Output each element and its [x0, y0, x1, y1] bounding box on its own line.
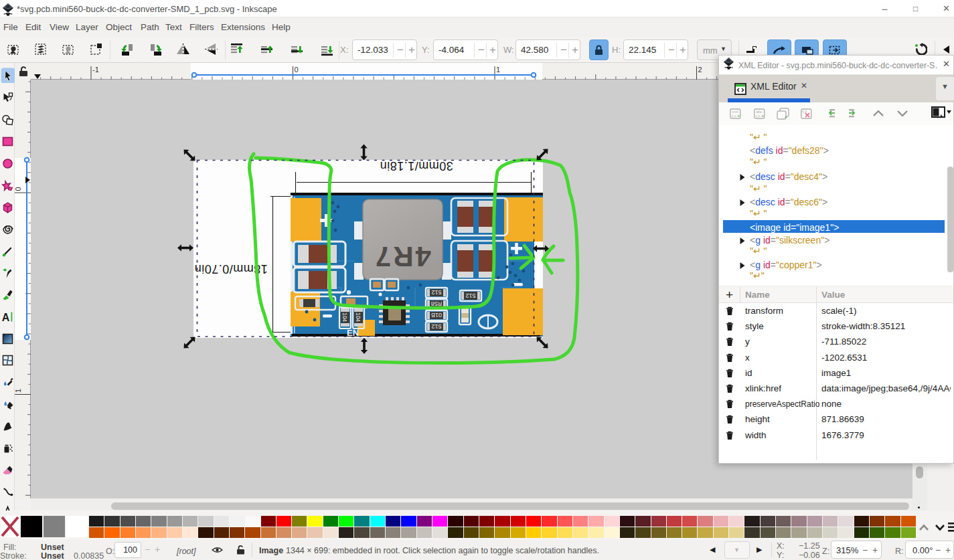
svg-text:<>: <> [755, 114, 761, 118]
svg-text:<>: <> [802, 109, 807, 114]
svg-text:0: 0 [295, 66, 299, 74]
svg-text:1: 1 [496, 66, 500, 74]
svg-text:512: 512 [465, 292, 475, 299]
svg-text:1: 1 [15, 389, 22, 393]
svg-text:4R7: 4R7 [374, 241, 431, 272]
svg-text:104: 104 [355, 312, 362, 322]
svg-text:<>: <> [731, 114, 736, 118]
svg-text:104: 104 [341, 312, 348, 322]
svg-text:+: + [784, 114, 787, 120]
svg-text:01B: 01B [431, 312, 442, 318]
svg-text:A: A [2, 312, 10, 323]
svg-text:512: 512 [431, 289, 441, 296]
svg-text:2: 2 [698, 66, 702, 74]
svg-text:-1: -1 [92, 66, 99, 74]
svg-text:+: + [737, 113, 740, 119]
svg-text:R58: R58 [431, 300, 443, 307]
svg-text:512: 512 [431, 323, 441, 330]
svg-text:+: + [761, 113, 765, 119]
svg-text:0: 0 [15, 187, 22, 191]
svg-text:30mm/1.18in: 30mm/1.18in [380, 159, 453, 173]
